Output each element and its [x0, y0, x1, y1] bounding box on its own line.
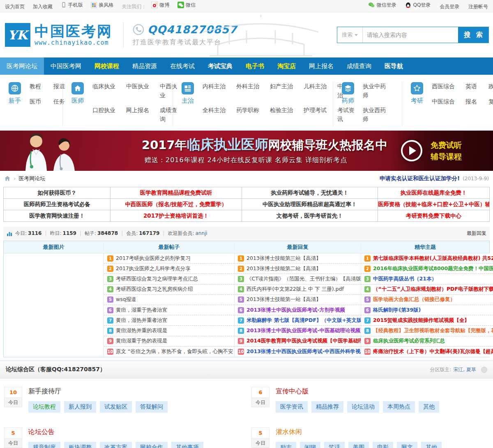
search-input[interactable] — [363, 27, 458, 43]
promo-cell-link[interactable]: 中西医医师（报名/技能不过，免费重学） — [111, 199, 242, 210]
collapse-toggle-icon[interactable] — [481, 367, 487, 373]
forum-topic-link[interactable]: 【经典教程】卫生部视听教材全套导航贴【完整版，花 — [373, 327, 493, 334]
forum-topic-link[interactable]: 考研西医综合复习之乳房疾病介绍 — [116, 286, 193, 293]
megamenu-link[interactable]: 中医执业 — [126, 82, 152, 100]
forum-topic-link[interactable]: 2013张博士中医执业医师考试-方剂学视频 — [246, 307, 345, 314]
forum-title-link[interactable]: 灌水休闲 — [276, 428, 302, 437]
megamenu-category[interactable]: 医师 — [68, 82, 88, 126]
megamenu-link[interactable]: 儿科主治 — [304, 82, 329, 100]
forum-topic-link[interactable]: 2014医学教育网中医执业考试视频【中医学基础理 — [246, 338, 361, 345]
megamenu-link[interactable]: 检验主治 — [270, 106, 295, 124]
set-homepage-link[interactable]: 设为首页 — [5, 3, 25, 10]
forum-title-link[interactable]: 宣传中心版 — [276, 387, 309, 396]
forum-topic-link[interactable]: 黄疸，湿重于热者治宜 — [116, 307, 167, 314]
promo-cell-link[interactable]: 医学教育网精品课程免费试听 — [111, 187, 242, 199]
sub-forum-link[interactable]: 医学资讯 — [276, 401, 308, 413]
nav-item[interactable]: 成绩查询 — [340, 57, 378, 75]
nav-item[interactable]: 电子书 — [239, 57, 271, 75]
search-button[interactable]: 搜 索 — [458, 27, 488, 43]
promo-cell-link[interactable]: 执业医师在线题库全免费！ — [378, 187, 489, 199]
logo-text[interactable]: 中国医考网 www.chinayikao.com — [35, 23, 113, 47]
forum-topic-link[interactable]: 2015贺银成实践技能操作笔试视频【全】 — [373, 317, 470, 324]
header-latest-replies[interactable]: 最新回复 — [234, 244, 361, 251]
header-featured-topics[interactable]: 精华主题 — [361, 244, 489, 251]
nav-item[interactable]: 考试宝典 — [201, 57, 239, 75]
site-logo[interactable]: YK — [5, 23, 30, 47]
weibo-link[interactable]: 微博 — [151, 2, 169, 9]
forum-topic-link[interactable]: 格氏解剖学(第39版) — [373, 307, 421, 314]
sub-forum-link[interactable]: 闲聊 — [300, 442, 320, 448]
megamenu-link[interactable]: 全科主治 — [203, 106, 228, 124]
promo-cell-link[interactable]: 中医执业助理医师精品班超高通过率！ — [242, 199, 378, 210]
promo-cell-link[interactable]: 医学教育网快速注册！ — [4, 210, 111, 222]
forum-topic-link[interactable]: 2017考研执业医师之药剂学复习 — [116, 255, 191, 262]
megamenu-link[interactable]: 护理考试 — [304, 106, 329, 124]
forum-topic-link[interactable]: 黄疸湿热并重的表现是 — [116, 327, 167, 334]
forum-topic-link[interactable]: 2016年临床执业医师考试8000题完全免费！中国医考 — [373, 265, 493, 272]
megamenu-category[interactable]: 药师 — [338, 82, 358, 126]
forum-topic-link[interactable]: wsq报道 — [116, 296, 136, 303]
sub-forum-link[interactable]: 试发贴区 — [100, 401, 132, 413]
forum-topic-link[interactable]: 米勒麻醉学 第七版【高清PDF】（中文版+英文版） — [246, 317, 361, 324]
sub-forum-link[interactable]: 电影 — [373, 442, 393, 448]
forum-topic-link[interactable]: 考研西医综合复习之病理学考点汇总 — [116, 276, 198, 283]
latest-replies-link[interactable]: 最新回复 — [467, 230, 486, 237]
megamenu-link[interactable]: 政治 — [488, 82, 493, 91]
sub-forum-link[interactable]: 其他事项 — [171, 442, 203, 448]
nav-item[interactable]: 淘宝店 — [271, 57, 302, 75]
qq-login-link[interactable]: QQ登录 — [405, 2, 431, 9]
megamenu-category-label[interactable]: 药师 — [338, 97, 358, 105]
promo-cell-link[interactable]: 文都考研，医学考研首先！ — [242, 210, 378, 222]
forum-title-link[interactable]: 论坛公告 — [28, 428, 55, 437]
promo-cell-link[interactable]: 医师药师卫生资格考试必备 — [4, 199, 111, 210]
breadcrumb-page[interactable]: 医考网论坛 — [18, 175, 45, 182]
megamenu-category-label[interactable]: 考研 — [407, 97, 427, 105]
sub-forum-link[interactable]: 励志 — [276, 442, 296, 448]
promo-cell-link[interactable]: 如何获得医币？ — [4, 187, 111, 199]
megamenu-link[interactable]: 外科主治 — [236, 82, 262, 100]
forum-topic-link[interactable]: 中医药学高级丛书（21本） — [373, 276, 437, 283]
sub-forum-link[interactable]: 笑话 — [324, 442, 345, 448]
forum-topic-link[interactable]: 2013张博士技能第一站【高清】 — [246, 296, 321, 303]
forum-topic-link[interactable]: 2013张博士技能第二站【高清】 — [246, 265, 321, 272]
play-icon[interactable] — [401, 140, 422, 161]
megamenu-link[interactable]: 口腔执业 — [92, 106, 118, 124]
megamenu-link[interactable]: 医币 — [30, 97, 45, 106]
forum-topic-link[interactable]: 疼痛治疗技术（上下卷）中文翻译(美)瓦尔德曼【超高 — [373, 348, 493, 355]
nav-item[interactable]: 在线考试 — [164, 57, 201, 75]
megamenu-category[interactable]: 主治 — [178, 82, 198, 126]
header-latest-posts[interactable]: 最新帖子 — [104, 244, 234, 251]
nav-item[interactable]: 医考网论坛 — [0, 57, 44, 75]
search-category-dropdown[interactable]: 搜索 — [337, 27, 363, 43]
forum-topic-link[interactable]: 医学动画大合集汇总（链接已修复） — [373, 296, 455, 303]
forum-topic-link[interactable]: 黄疸，湿热并重者治宜 — [116, 317, 167, 324]
sub-forum-link[interactable]: 板块调整 — [64, 442, 96, 448]
add-favorite-link[interactable]: 加入收藏 — [33, 3, 53, 10]
moderators-links[interactable]: 宋江, 夏草 — [453, 366, 476, 373]
megamenu-link[interactable]: 临床执业 — [92, 82, 118, 100]
banner-cta[interactable]: 免费试听 辅导课程 — [390, 131, 493, 171]
sub-forum-link[interactable]: 其他 — [419, 401, 439, 413]
forum-topic-link[interactable]: 2017执业医师之儿科学考点分享 — [116, 265, 191, 272]
megamenu-category-label[interactable]: 新手 — [5, 97, 25, 105]
megamenu-link[interactable]: 西医综合 — [432, 82, 457, 91]
megamenu-link[interactable]: 中医综合 — [432, 97, 457, 106]
megamenu-link[interactable]: 内科主治 — [203, 82, 228, 100]
section-title[interactable]: 论坛综合区（客服QQ:418270857） — [6, 366, 106, 373]
sub-forum-link[interactable]: 美图 — [348, 442, 369, 448]
newest-member-link[interactable]: annji — [195, 230, 207, 236]
forum-topic-link[interactable]: 原文 “谷疸之为病，寒热不食，食即头眩，心胸不安， — [116, 348, 234, 355]
promo-cell-link[interactable]: 考研资料免费下载中心 — [378, 210, 489, 222]
sub-forum-link[interactable]: 改革方案 — [100, 442, 132, 448]
forum-topic-link[interactable]: 黄疸湿重于热的表现是 — [116, 338, 167, 345]
megamenu-category[interactable]: 考研 — [407, 82, 427, 126]
forum-topic-link[interactable]: 《CT读片指南》（范国光、王书轩主编）【高清版】P — [246, 276, 361, 283]
promo-cell-link[interactable]: 2017护士资格培训首选！ — [111, 210, 242, 222]
megamenu-link[interactable]: 妇产主治 — [270, 82, 295, 100]
nav-item[interactable]: 网校课程 — [88, 57, 126, 75]
megamenu-link[interactable]: 药学职称 — [236, 106, 262, 124]
forum-title-link[interactable]: 新手接待厅 — [28, 387, 61, 396]
promo-banner[interactable]: 2017年临床执业医师网校辅导班火热报名中 赠送：2016年课程 24小时在线反… — [0, 131, 493, 171]
home-icon[interactable] — [4, 175, 11, 181]
sub-forum-link[interactable]: 论坛教程 — [28, 401, 60, 413]
